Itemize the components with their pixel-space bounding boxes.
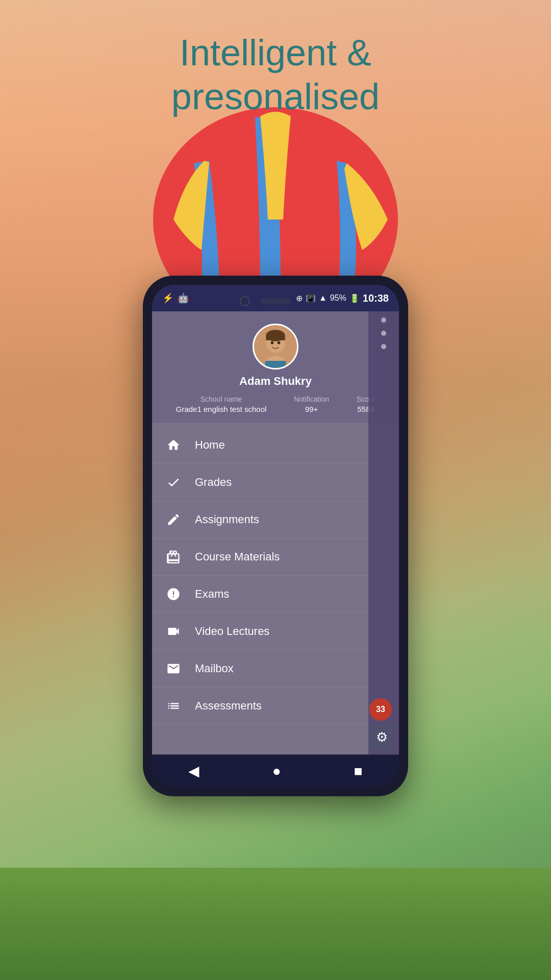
- panel-dot: [381, 331, 386, 336]
- notification-stat: Notification 99+: [294, 395, 329, 414]
- battery-icon: 🔋: [349, 293, 360, 303]
- notification-badge: 33: [369, 698, 392, 721]
- panel-dot: [381, 317, 386, 323]
- menu-label-course-materials: Course Materials: [195, 550, 280, 564]
- phone-speaker: [260, 298, 291, 304]
- menu-item-exams[interactable]: Exams: [152, 576, 399, 613]
- panel-dot: [381, 344, 386, 349]
- school-value: Grade1 english test school: [176, 404, 267, 414]
- status-time: 10:38: [363, 292, 389, 304]
- svg-rect-14: [265, 361, 286, 368]
- svg-point-12: [271, 341, 274, 345]
- mailbox-icon: [164, 659, 183, 678]
- bottom-nav: ◀ ● ■: [152, 754, 399, 787]
- school-label: School name: [201, 395, 242, 403]
- screen-content: Adam Shukry School name Grade1 english t…: [152, 311, 399, 754]
- notification-value: 99+: [305, 404, 318, 414]
- menu-label-exams: Exams: [195, 587, 229, 601]
- menu-label-mailbox: Mailbox: [195, 662, 234, 675]
- phone-frame: ⚡ 🤖 ⊕ 📳 ▲ 95% 🔋 10:38: [143, 276, 408, 796]
- status-left-icons: ⚡ 🤖: [162, 292, 189, 304]
- phone-screen: ⚡ 🤖 ⊕ 📳 ▲ 95% 🔋 10:38: [152, 285, 399, 787]
- bluetooth-icon: ⊕: [296, 293, 303, 303]
- avatar: [253, 324, 298, 370]
- back-button[interactable]: ◀: [178, 758, 210, 783]
- assessments-icon: [164, 697, 183, 715]
- svg-point-13: [278, 341, 281, 345]
- course-materials-icon: [164, 548, 183, 566]
- svg-rect-11: [281, 336, 285, 340]
- home-icon: [164, 436, 183, 454]
- settings-button[interactable]: ⚙: [368, 724, 395, 750]
- vibrate-icon: 📳: [306, 293, 316, 303]
- menu-list: Home Grades Assignments: [152, 423, 399, 729]
- menu-label-home: Home: [195, 438, 225, 452]
- profile-section: Adam Shukry School name Grade1 english t…: [152, 311, 399, 423]
- menu-label-grades: Grades: [195, 476, 232, 489]
- profile-name: Adam Shukry: [239, 375, 312, 388]
- wifi-icon: ▲: [319, 293, 327, 303]
- headline: Intelligent & presonalised: [0, 31, 551, 119]
- battery-percent: 95%: [330, 293, 346, 303]
- menu-item-video-lectures[interactable]: Video Lectures: [152, 613, 399, 650]
- menu-item-assignments[interactable]: Assignments: [152, 501, 399, 538]
- video-lectures-icon: [164, 622, 183, 641]
- recent-button[interactable]: ■: [344, 759, 373, 783]
- usb-icon: ⚡: [162, 292, 173, 304]
- status-right-icons: ⊕ 📳 ▲ 95% 🔋 10:38: [296, 292, 389, 304]
- school-stat: School name Grade1 english test school: [176, 395, 267, 414]
- assignments-icon: [164, 510, 183, 529]
- exams-icon: [164, 585, 183, 603]
- profile-stats: School name Grade1 english test school N…: [162, 395, 389, 414]
- menu-label-assignments: Assignments: [195, 513, 259, 526]
- headline-line2: presonalised: [0, 75, 551, 118]
- menu-item-home[interactable]: Home: [152, 427, 399, 464]
- notification-label: Notification: [294, 395, 329, 403]
- home-button[interactable]: ●: [262, 759, 291, 783]
- menu-label-video-lectures: Video Lectures: [195, 625, 269, 638]
- grass-background: [0, 868, 551, 980]
- menu-item-assessments[interactable]: Assessments: [152, 688, 399, 725]
- right-panel: [368, 311, 399, 754]
- grades-icon: [164, 473, 183, 492]
- android-icon: 🤖: [178, 292, 189, 304]
- phone-camera: [240, 296, 250, 306]
- svg-rect-10: [266, 336, 269, 340]
- menu-item-mailbox[interactable]: Mailbox: [152, 650, 399, 688]
- menu-item-course-materials[interactable]: Course Materials: [152, 538, 399, 576]
- headline-line1: Intelligent &: [0, 31, 551, 75]
- menu-label-assessments: Assessments: [195, 699, 262, 713]
- menu-item-grades[interactable]: Grades: [152, 464, 399, 501]
